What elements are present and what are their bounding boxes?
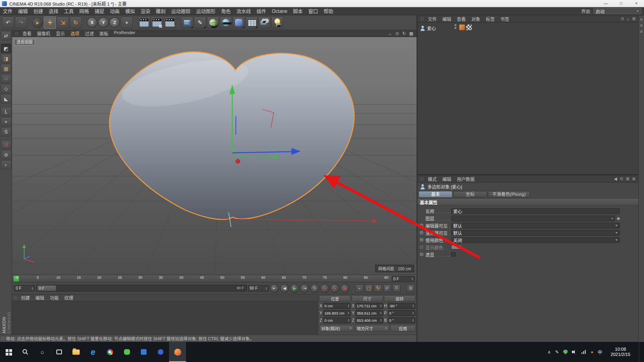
tab-2[interactable]: 平滑着色(Phong) — [488, 191, 530, 197]
record-pla-toggle[interactable]: ⠿ — [392, 284, 400, 292]
om-menu-2[interactable]: 查看 — [454, 16, 469, 22]
menubar-item-16[interactable]: Octane — [269, 8, 290, 14]
row-state-toggle[interactable] — [420, 238, 423, 242]
am-menu-1[interactable]: 编辑 — [440, 176, 454, 182]
dock-tab-icon[interactable] — [640, 18, 643, 21]
row-state-toggle[interactable] — [420, 245, 423, 249]
stepper-icon[interactable] — [347, 319, 349, 322]
attribute-field-2[interactable]: 默认▼ — [451, 223, 620, 228]
coord-field-0-2[interactable]: -90 ° — [388, 303, 415, 309]
goto-end-button[interactable]: ⇥ — [300, 284, 309, 293]
menubar-item-4[interactable]: 工具 — [61, 8, 76, 14]
tray-app-icon[interactable]: ● — [590, 350, 593, 354]
material-menu-0[interactable]: 创建 — [18, 294, 33, 301]
cinema4d-app[interactable] — [169, 342, 186, 362]
coord-field-1-1[interactable]: 358.611 cm — [355, 310, 383, 316]
am-search-icon[interactable]: ⊙ — [620, 177, 623, 181]
browser-app[interactable] — [101, 342, 118, 362]
viewport-menu-6[interactable]: ProRender — [111, 30, 138, 37]
color-swatch[interactable] — [451, 245, 462, 249]
attribute-field-3[interactable]: 默认▼ — [451, 230, 620, 236]
edge-browser-app[interactable]: e — [85, 342, 101, 362]
layer-expand-icon[interactable]: ▸ — [612, 217, 613, 220]
pen-spline-button[interactable]: ✎ — [194, 16, 206, 29]
stepper-icon[interactable] — [412, 304, 414, 307]
viewport-menu-0[interactable]: 查看 — [20, 30, 34, 37]
prev-frame-button[interactable]: ◀ — [280, 284, 289, 293]
attribute-field-4[interactable]: 关闭▼ — [451, 237, 620, 243]
redo-icon[interactable]: ↷ — [15, 16, 27, 29]
current-frame-field[interactable]: 0 F — [14, 285, 35, 292]
lock-x-axis-button[interactable]: X — [87, 17, 97, 28]
menubar-item-8[interactable]: 模拟 — [122, 8, 138, 14]
attribute-field-1[interactable]: ▸ — [451, 216, 615, 221]
layer-browser-icon[interactable]: ◉ — [617, 216, 620, 220]
ruler-frame-field[interactable]: 0 F — [392, 276, 415, 282]
om-menu-5[interactable]: 书签 — [497, 16, 512, 22]
menubar-item-19[interactable]: 帮助 — [321, 8, 336, 14]
am-menu-2[interactable]: 用户数据 — [454, 176, 477, 182]
object-state-tag-icon[interactable] — [459, 25, 465, 30]
menubar-item-17[interactable]: 脚本 — [290, 8, 305, 14]
tray-pen-icon[interactable]: ✎ — [555, 350, 559, 355]
range-slider-thumb[interactable]: 0 F — [37, 286, 56, 291]
scale-tool[interactable]: ⇲ — [57, 16, 69, 29]
solo-mode-icon[interactable]: S — [1, 127, 11, 136]
light-object-button[interactable] — [271, 16, 283, 29]
photos-app[interactable] — [135, 342, 152, 362]
drag-handle-icon[interactable] — [15, 32, 19, 35]
undo-icon[interactable]: ↶ — [2, 16, 14, 29]
end-frame-field[interactable]: 90 F — [248, 285, 269, 292]
menubar-item-13[interactable]: 角色 — [218, 8, 233, 14]
uv-mode-icon[interactable]: ▦ — [1, 64, 11, 73]
stepper-icon[interactable] — [31, 287, 33, 290]
timeline-options-button[interactable]: ≣ — [407, 284, 415, 292]
am-menu-0[interactable]: 模式 — [425, 176, 440, 182]
coord-field-2-2[interactable]: 0 ° — [388, 317, 415, 323]
goto-start-button[interactable]: ⇤ — [270, 284, 279, 293]
menubar-item-12[interactable]: 运动图形 — [193, 8, 218, 14]
render-settings-button[interactable]: * — [164, 16, 176, 29]
lock-z-axis-button[interactable]: Z — [109, 17, 120, 28]
checkbox[interactable] — [451, 252, 456, 257]
snap-icon[interactable]: U — [1, 140, 11, 149]
menubar-item-0[interactable]: 文件 — [0, 8, 15, 14]
keyframe-selection-button[interactable]: ◉ — [341, 284, 349, 293]
interface-select[interactable]: 启动 ▼ — [593, 8, 642, 14]
drag-handle-icon[interactable] — [420, 177, 424, 181]
om-search-icon[interactable]: ⊙ — [621, 16, 624, 21]
autokey-button[interactable]: ● — [330, 284, 339, 293]
subdivision-surface-button[interactable] — [207, 16, 219, 29]
object-mode-icon[interactable]: ⌖ — [1, 117, 11, 126]
move-tool[interactable]: + — [44, 16, 56, 29]
menubar-item-10[interactable]: 雕刻 — [153, 8, 168, 14]
am-dock-icon[interactable]: ◀ — [614, 177, 617, 181]
attribute-field-0[interactable]: 爱心 — [451, 208, 620, 214]
ime-indicator[interactable]: 中 — [598, 349, 602, 355]
dock-tab-icon[interactable] — [640, 24, 643, 27]
media-app[interactable] — [152, 342, 169, 362]
coord-size-select[interactable]: 地方尺寸 — [355, 325, 390, 331]
points-mode-icon[interactable]: ∷ — [1, 74, 11, 83]
texture-mode-icon[interactable]: ◨ — [1, 54, 11, 63]
menubar-item-9[interactable]: 渲染 — [138, 8, 153, 14]
phong-tag-icon[interactable] — [466, 25, 472, 30]
live-selection-tool[interactable]: ▸ — [32, 17, 43, 28]
stepper-icon[interactable] — [347, 304, 349, 307]
om-menu-4[interactable]: 标签 — [483, 16, 497, 22]
apply-button[interactable]: 应用 — [390, 325, 415, 331]
make-editable-icon[interactable]: ⇄ — [1, 31, 11, 40]
search-button[interactable] — [17, 342, 34, 362]
workplane-icon[interactable]: ◐ — [1, 160, 11, 169]
drag-handle-icon[interactable] — [13, 296, 17, 300]
camera-object-button[interactable] — [258, 16, 270, 29]
lock-y-axis-button[interactable]: Y — [98, 17, 109, 28]
om-menu-0[interactable]: 文件 — [425, 16, 440, 22]
viewport-menu-2[interactable]: 显示 — [53, 30, 68, 37]
view-zoom-icon[interactable]: ⊙ — [395, 31, 399, 36]
tray-volume-icon[interactable] — [572, 350, 577, 354]
om-menu-3[interactable]: 对象 — [469, 16, 483, 22]
record-scale-toggle[interactable]: ▢ — [365, 284, 373, 292]
drag-handle-icon[interactable] — [1, 337, 5, 340]
stepper-icon[interactable] — [380, 311, 382, 315]
